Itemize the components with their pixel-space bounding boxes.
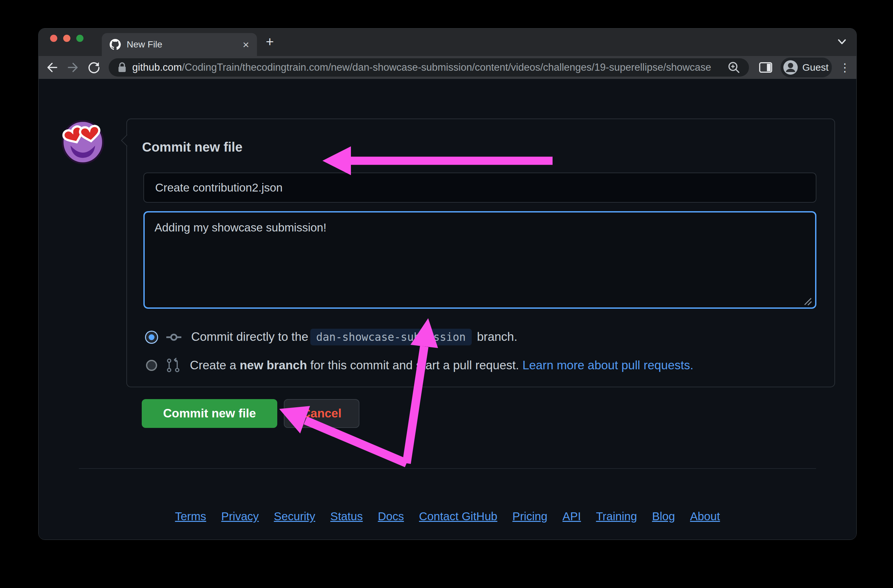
commit-new-file-button[interactable]: Commit new file — [142, 399, 277, 428]
forward-icon[interactable] — [65, 60, 81, 75]
radio-new-branch-label: Create a new branch for this commit and … — [190, 358, 693, 372]
tab-title: New File — [127, 39, 242, 50]
zoom-in-page-icon[interactable] — [727, 60, 741, 75]
lock-icon — [117, 61, 128, 74]
traffic-light-zoom-icon[interactable] — [76, 35, 83, 42]
user-avatar-heart-eyes-emoji[interactable] — [59, 120, 107, 164]
tab-close-icon[interactable]: × — [242, 39, 249, 50]
radio-commit-direct[interactable] — [146, 332, 157, 343]
url-domain: github.com — [132, 62, 182, 73]
browser-menu-icon[interactable]: ⋮ — [839, 61, 851, 74]
reload-icon[interactable] — [86, 60, 101, 75]
footer-link-terms[interactable]: Terms — [175, 510, 206, 523]
textarea-resize-handle[interactable] — [801, 295, 813, 307]
browser-toolbar: github.com/CodingTrain/thecodingtrain.co… — [39, 56, 856, 79]
profile-label: Guest — [802, 62, 828, 73]
tab-strip: New File × + — [39, 29, 856, 56]
commit-description-textarea[interactable]: Adding my showcase submission! — [143, 211, 816, 309]
github-favicon-icon — [110, 39, 121, 50]
tab-search-chevron-icon[interactable] — [835, 37, 849, 47]
radio-row-new-branch: Create a new branch for this commit and … — [146, 358, 693, 373]
radio-direct-prefix: Commit directly to the — [191, 330, 308, 343]
new-tab-icon[interactable]: + — [266, 35, 274, 49]
footer-link-training[interactable]: Training — [596, 510, 637, 523]
radio-new-branch[interactable] — [146, 360, 157, 371]
footer-link-contact[interactable]: Contact GitHub — [419, 510, 497, 523]
url-text: github.com/CodingTrain/thecodingtrain.co… — [132, 62, 727, 73]
github-page: Commit new file Adding my showcase submi… — [39, 79, 856, 540]
browser-window: New File × + — [38, 28, 857, 540]
cancel-button[interactable]: Cancel — [284, 399, 359, 428]
back-icon[interactable] — [45, 60, 60, 75]
radio-commit-direct-label: Commit directly to thedan-showcase-submi… — [191, 329, 517, 345]
footer-link-security[interactable]: Security — [274, 510, 315, 523]
page-title: Commit new file — [142, 140, 242, 155]
footer-link-api[interactable]: API — [562, 510, 581, 523]
profile-chip[interactable]: Guest — [780, 57, 832, 78]
footer-link-docs[interactable]: Docs — [378, 510, 404, 523]
browser-tab[interactable]: New File × — [102, 33, 257, 56]
footer-nav: Terms Privacy Security Status Docs Conta… — [79, 510, 816, 523]
avatar-icon — [783, 60, 798, 75]
commit-message-input[interactable] — [143, 173, 816, 203]
url-path: /CodingTrain/thecodingtrain.com/new/dan-… — [182, 62, 711, 73]
new-branch-middle: for this commit and start a pull request… — [307, 358, 522, 372]
footer-link-pricing[interactable]: Pricing — [512, 510, 547, 523]
pull-request-icon — [166, 358, 180, 373]
side-panel-icon[interactable] — [758, 60, 773, 75]
radio-direct-suffix: branch. — [474, 330, 517, 343]
traffic-light-minimize-icon[interactable] — [63, 35, 71, 42]
footer-link-privacy[interactable]: Privacy — [221, 510, 259, 523]
traffic-light-close-icon[interactable] — [50, 35, 57, 42]
branch-name-badge: dan-showcase-submission — [310, 329, 472, 345]
footer-link-status[interactable]: Status — [330, 510, 363, 523]
footer-link-blog[interactable]: Blog — [652, 510, 675, 523]
screenshot-stage: New File × + — [0, 0, 893, 588]
footer-divider — [79, 468, 816, 469]
new-branch-prefix: Create a — [190, 358, 240, 372]
learn-more-link[interactable]: Learn more about pull requests. — [522, 358, 693, 372]
git-commit-icon — [166, 332, 181, 343]
radio-row-commit-direct: Commit directly to thedan-showcase-submi… — [146, 329, 517, 345]
url-bar[interactable]: github.com/CodingTrain/thecodingtrain.co… — [109, 58, 749, 77]
new-branch-bold: new branch — [240, 358, 307, 372]
footer-link-about[interactable]: About — [690, 510, 720, 523]
